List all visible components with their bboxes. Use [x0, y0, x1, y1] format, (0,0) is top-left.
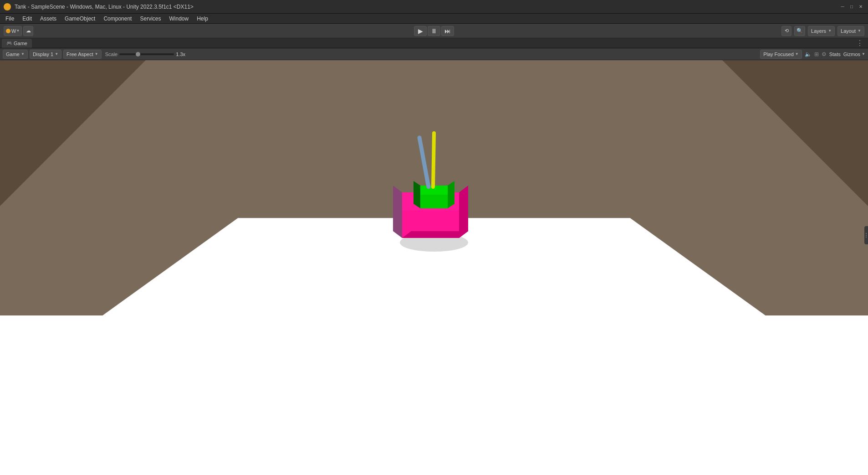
toolbar-left-group: W ▼ ☁ [4, 26, 33, 36]
menu-help[interactable]: Help [193, 15, 212, 23]
aspect-dropdown[interactable]: Free Aspect ▼ [63, 50, 102, 59]
layout-chevron-icon: ▼ [858, 29, 861, 33]
toolbar-right: ⟲ 🔍 Layers ▼ Layout ▼ [781, 26, 864, 36]
history-icon: ⟲ [785, 28, 789, 34]
history-button[interactable]: ⟲ [781, 26, 791, 36]
title-bar: Tank - SampleScene - Windows, Mac, Linux… [0, 0, 868, 14]
barrel-yellow [433, 133, 434, 187]
display-chevron-icon: ▼ [55, 52, 58, 56]
tab-more-button[interactable]: ⋮ [853, 39, 866, 47]
turret-left-shadow [414, 181, 420, 208]
step-button[interactable]: ⏭ [441, 26, 454, 36]
game-toolbar-right: Play Focused ▼ 🔈 ⊞ ⚙ Stats Gizmos ▼ [760, 50, 865, 59]
turret-right [448, 181, 454, 208]
account-button[interactable]: W ▼ [4, 26, 22, 36]
corner-shadow-tl [0, 60, 146, 206]
menu-window[interactable]: Window [165, 15, 192, 23]
tank-body-bottom-face [402, 231, 468, 238]
layers-dropdown[interactable]: Layers ▼ [808, 26, 835, 36]
scale-value: 1.3x [176, 52, 185, 57]
game-chevron-icon: ▼ [21, 52, 25, 56]
tank-object [388, 119, 480, 265]
play-controls: ▶ ⏸ ⏭ [414, 26, 454, 36]
barrel-blue [419, 138, 429, 187]
menu-services[interactable]: Services [136, 15, 164, 23]
tank-svg [388, 119, 480, 265]
viewport-resize-handle[interactable] [864, 226, 868, 244]
account-chevron-icon: ▼ [16, 29, 20, 33]
tank-body-side [459, 186, 468, 238]
turret-front [420, 195, 448, 208]
pause-button[interactable]: ⏸ [428, 26, 440, 36]
layers-label: Layers [811, 28, 826, 34]
close-button[interactable]: ✕ [857, 3, 864, 10]
game-tab[interactable]: 🎮 Game [2, 39, 32, 48]
corner-shadow-tr [722, 60, 868, 206]
play-button[interactable]: ▶ [414, 26, 427, 36]
resize-dot-1 [866, 233, 867, 234]
aspect-chevron-icon: ▼ [95, 52, 98, 56]
play-focused-label: Play Focused [763, 52, 794, 57]
gizmos-label: Gizmos [843, 52, 860, 57]
speaker-icon[interactable]: 🔈 [805, 51, 812, 57]
minimize-button[interactable]: ─ [839, 3, 846, 10]
settings-icon[interactable]: ⚙ [822, 51, 827, 57]
resize-dot-3 [866, 237, 867, 238]
ground-bottom [0, 315, 868, 475]
grid-icon[interactable]: ⊞ [814, 51, 819, 57]
gizmos-dropdown[interactable]: Gizmos ▼ [843, 50, 865, 59]
game-viewport[interactable] [0, 60, 868, 475]
layout-label: Layout [841, 28, 856, 34]
menu-bar: File Edit Assets GameObject Component Se… [0, 14, 868, 24]
display-dropdown[interactable]: Display 1 ▼ [30, 50, 61, 59]
menu-component[interactable]: Component [100, 15, 135, 23]
menu-file[interactable]: File [2, 15, 18, 23]
unity-logo-icon [4, 3, 11, 10]
play-focused-chevron-icon: ▼ [795, 52, 799, 56]
menu-assets[interactable]: Assets [36, 15, 60, 23]
layers-chevron-icon: ▼ [828, 29, 832, 33]
play-focused-dropdown[interactable]: Play Focused ▼ [760, 50, 802, 59]
menu-edit[interactable]: Edit [19, 15, 36, 23]
game-secondary-toolbar: Game ▼ Display 1 ▼ Free Aspect ▼ Scale 1… [0, 48, 868, 60]
search-icon: 🔍 [797, 28, 803, 34]
cloud-button[interactable]: ☁ [23, 26, 33, 36]
search-button[interactable]: 🔍 [794, 26, 805, 36]
game-label: Game [6, 52, 20, 57]
menu-gameobject[interactable]: GameObject [61, 15, 99, 23]
cloud-icon: ☁ [26, 28, 31, 34]
game-tab-label: Game [14, 41, 27, 46]
scale-label: Scale [105, 52, 118, 57]
tab-bar: 🎮 Game ⋮ [0, 38, 868, 48]
window-controls[interactable]: ─ □ ✕ [839, 3, 864, 10]
game-tab-icon: 🎮 [6, 41, 12, 46]
title-bar-text: Tank - SampleScene - Windows, Mac, Linux… [15, 4, 835, 10]
game-dropdown[interactable]: Game ▼ [3, 50, 28, 59]
maximize-button[interactable]: □ [848, 3, 855, 10]
layout-dropdown[interactable]: Layout ▼ [837, 26, 864, 36]
toolbar: W ▼ ☁ ▶ ⏸ ⏭ ⟲ 🔍 Layers ▼ Layout ▼ [0, 24, 868, 38]
resize-handle-dots [866, 233, 867, 238]
scale-thumb[interactable] [136, 52, 140, 57]
gizmos-chevron-icon: ▼ [862, 52, 865, 56]
resize-dot-2 [866, 235, 867, 236]
aspect-label: Free Aspect [66, 52, 93, 57]
stats-button[interactable]: Stats [829, 52, 841, 57]
tank-body-left-shadow [393, 186, 402, 238]
scale-container: Scale 1.3x [105, 52, 185, 57]
display-label: Display 1 [33, 52, 53, 57]
account-label: W [11, 28, 16, 34]
scale-slider[interactable] [119, 53, 174, 55]
main-content: 🎮 Game ⋮ Game ▼ Display 1 ▼ Free Aspect … [0, 38, 868, 475]
